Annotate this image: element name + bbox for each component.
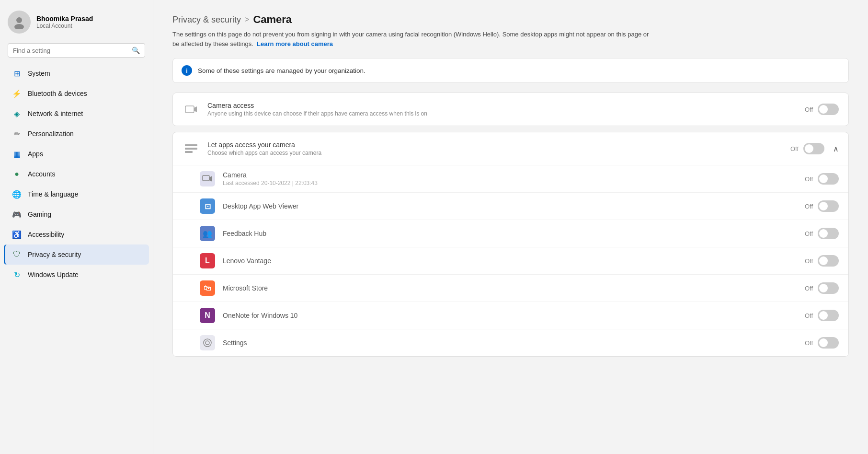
- app-toggle-label: Off: [805, 175, 813, 183]
- app-name: Desktop App Web Viewer: [223, 202, 797, 210]
- nav-label-apps: Apps: [28, 150, 43, 158]
- sidebar-item-personalization[interactable]: ✏ Personalization: [4, 124, 149, 144]
- app-list: Camera Last accessed 20-10-2022 | 22:03:…: [173, 165, 848, 356]
- app-icon-settings: [200, 335, 215, 350]
- app-toggle[interactable]: [818, 310, 839, 321]
- app-row: N OneNote for Windows 10 Off: [173, 302, 848, 329]
- app-name: Microsoft Store: [223, 284, 797, 292]
- app-row: Settings Off: [173, 329, 848, 356]
- app-row: ⊡ Desktop App Web Viewer Off: [173, 193, 848, 220]
- sidebar-item-privacy[interactable]: 🛡 Privacy & security: [4, 244, 149, 265]
- app-toggle[interactable]: [818, 282, 839, 294]
- nav-icon-network: ◈: [11, 108, 22, 119]
- sidebar-item-accessibility[interactable]: ♿ Accessibility: [4, 224, 149, 244]
- app-toggle-label: Off: [805, 230, 813, 237]
- svg-point-0: [16, 17, 22, 23]
- nav-label-gaming: Gaming: [28, 210, 51, 218]
- app-icon-lenovo: L: [200, 253, 215, 268]
- let-apps-subtitle: Choose which apps can access your camera: [207, 150, 783, 156]
- nav-icon-accounts: ●: [11, 169, 22, 179]
- app-toggle[interactable]: [818, 337, 839, 349]
- nav-list: ⊞ System ⚡ Bluetooth & devices ◈ Network…: [0, 63, 153, 285]
- svg-marker-8: [209, 176, 212, 182]
- app-icon-camera: [200, 171, 215, 186]
- breadcrumb-current: Camera: [253, 13, 292, 26]
- app-row: 👥 Feedback Hub Off: [173, 220, 848, 247]
- nav-label-system: System: [28, 70, 50, 77]
- let-apps-toggle[interactable]: [803, 143, 824, 154]
- breadcrumb: Privacy & security > Camera: [172, 13, 849, 26]
- app-icon-onenote: N: [200, 308, 215, 323]
- app-row: Camera Last accessed 20-10-2022 | 22:03:…: [173, 165, 848, 193]
- svg-rect-6: [185, 151, 193, 153]
- svg-rect-5: [185, 148, 197, 150]
- org-message: Some of these settings are managed by yo…: [198, 67, 365, 74]
- app-name: Lenovo Vantage: [223, 257, 797, 265]
- camera-access-toggle[interactable]: [818, 104, 839, 115]
- info-icon: i: [182, 65, 192, 76]
- app-row: L Lenovo Vantage Off: [173, 247, 848, 275]
- org-banner: i Some of these settings are managed by …: [172, 58, 849, 83]
- nav-icon-personalization: ✏: [11, 128, 22, 139]
- sidebar-item-gaming[interactable]: 🎮 Gaming: [4, 204, 149, 224]
- app-toggle-label: Off: [805, 203, 813, 210]
- breadcrumb-parent: Privacy & security: [172, 15, 241, 25]
- camera-access-card: Camera access Anyone using this device c…: [172, 93, 849, 126]
- let-apps-toggle-label: Off: [790, 145, 799, 152]
- sidebar-item-update[interactable]: ↻ Windows Update: [4, 265, 149, 285]
- svg-rect-7: [203, 175, 209, 181]
- nav-icon-time: 🌐: [11, 189, 22, 199]
- svg-rect-2: [185, 106, 194, 113]
- nav-icon-system: ⊞: [11, 68, 22, 79]
- sidebar: Bhoomika Prasad Local Account 🔍 ⊞ System…: [0, 0, 153, 454]
- search-box[interactable]: 🔍: [8, 43, 145, 58]
- app-toggle[interactable]: [818, 200, 839, 212]
- sidebar-item-apps[interactable]: ▦ Apps: [4, 144, 149, 164]
- app-toggle-label: Off: [805, 257, 813, 265]
- app-toggle[interactable]: [818, 173, 839, 185]
- sidebar-item-network[interactable]: ◈ Network & internet: [4, 104, 149, 124]
- nav-label-accounts: Accounts: [28, 170, 56, 178]
- app-toggle[interactable]: [818, 228, 839, 239]
- nav-label-network: Network & internet: [28, 110, 83, 117]
- app-name: Settings: [223, 339, 797, 347]
- app-name: Feedback Hub: [223, 230, 797, 237]
- svg-rect-4: [185, 144, 197, 146]
- app-toggle[interactable]: [818, 255, 839, 267]
- svg-point-1: [14, 24, 24, 29]
- nav-icon-gaming: 🎮: [11, 209, 22, 220]
- breadcrumb-separator: >: [245, 15, 249, 24]
- user-profile: Bhoomika Prasad Local Account: [0, 5, 153, 41]
- nav-icon-privacy: 🛡: [11, 249, 22, 260]
- avatar: [8, 11, 31, 34]
- sidebar-item-time[interactable]: 🌐 Time & language: [4, 184, 149, 204]
- search-input[interactable]: [13, 47, 128, 54]
- nav-icon-update: ↻: [11, 269, 22, 280]
- camera-access-row: Camera access Anyone using this device c…: [173, 93, 848, 126]
- camera-icon: [183, 101, 200, 118]
- main-content: Privacy & security > Camera The settings…: [153, 0, 868, 454]
- sidebar-item-bluetooth[interactable]: ⚡ Bluetooth & devices: [4, 83, 149, 104]
- app-toggle-label: Off: [805, 285, 813, 292]
- nav-icon-bluetooth: ⚡: [11, 88, 22, 99]
- nav-label-personalization: Personalization: [28, 130, 74, 138]
- let-apps-card: Let apps access your camera Choose which…: [172, 132, 849, 357]
- user-name: Bhoomika Prasad: [36, 15, 93, 23]
- camera-access-title: Camera access: [207, 102, 797, 109]
- app-name: OneNote for Windows 10: [223, 312, 797, 319]
- nav-label-time: Time & language: [28, 190, 78, 198]
- nav-icon-apps: ▦: [11, 149, 22, 159]
- svg-point-10: [204, 339, 211, 347]
- nav-label-privacy: Privacy & security: [28, 251, 81, 258]
- page-description: The settings on this page do not prevent…: [172, 30, 651, 48]
- sidebar-item-accounts[interactable]: ● Accounts: [4, 164, 149, 184]
- learn-more-link[interactable]: Learn more about camera: [257, 40, 333, 47]
- let-apps-title: Let apps access your camera: [207, 141, 783, 149]
- app-icon-msstore: 🛍: [200, 280, 215, 296]
- app-icon-desktop: ⊡: [200, 198, 215, 214]
- app-name: Camera: [223, 171, 797, 179]
- nav-icon-accessibility: ♿: [11, 229, 22, 240]
- expand-chevron-icon[interactable]: ∧: [833, 144, 839, 153]
- camera-access-subtitle: Anyone using this device can choose if t…: [207, 110, 797, 117]
- sidebar-item-system[interactable]: ⊞ System: [4, 63, 149, 83]
